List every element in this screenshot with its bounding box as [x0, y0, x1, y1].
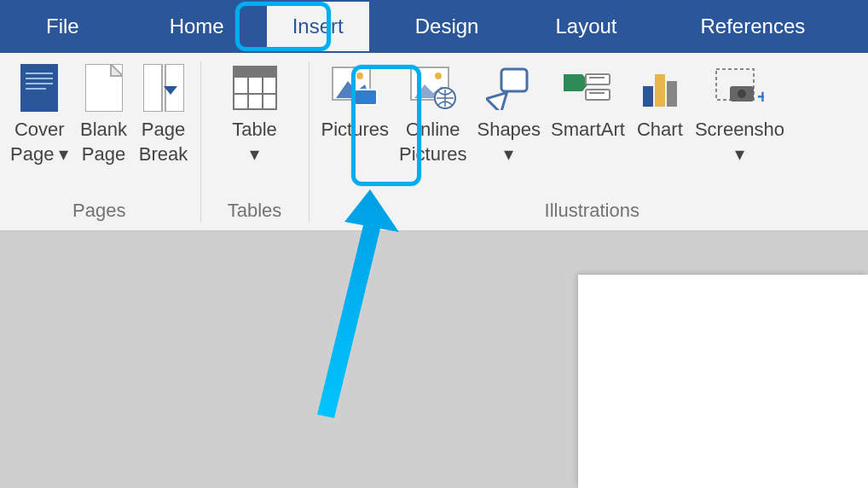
smartart-label: SmartArt	[551, 118, 625, 142]
svg-rect-27	[586, 74, 610, 84]
cover-page-icon	[14, 63, 64, 113]
svg-point-17	[356, 73, 363, 79]
cover-page-label: Cover Page ▾	[10, 118, 69, 166]
table-icon	[230, 63, 280, 113]
tab-layout[interactable]: Layout	[529, 2, 642, 51]
svg-point-21	[435, 73, 442, 79]
shapes-icon	[484, 63, 534, 113]
shapes-label: Shapes ▾	[477, 118, 541, 166]
page-break-button[interactable]: Page Break	[134, 60, 194, 166]
tab-home[interactable]: Home	[144, 2, 250, 51]
table-button[interactable]: Table ▾	[225, 60, 285, 166]
svg-rect-3	[26, 83, 53, 84]
svg-rect-33	[667, 81, 677, 107]
group-tables-label: Tables	[208, 195, 302, 230]
group-tables: Table ▾ Tables	[208, 53, 302, 230]
chart-button[interactable]: Chart	[630, 60, 690, 142]
group-illustrations-label: Illustrations	[316, 195, 869, 230]
blank-page-label: Blank Page	[80, 118, 127, 166]
group-pages: Cover Page ▾ Blank Page Page Break	[0, 53, 194, 230]
svg-rect-2	[26, 78, 53, 79]
svg-rect-1	[26, 73, 53, 74]
tab-file[interactable]: File	[20, 2, 105, 51]
shapes-button[interactable]: Shapes ▾	[472, 60, 546, 166]
smartart-button[interactable]: SmartArt	[546, 60, 630, 142]
blank-page-button[interactable]: Blank Page	[74, 60, 134, 166]
screenshot-label: Screensho ▾	[695, 118, 784, 166]
group-pages-label: Pages	[5, 195, 194, 230]
page-break-label: Page Break	[139, 118, 188, 166]
table-label: Table ▾	[232, 118, 277, 166]
smartart-icon	[563, 63, 612, 113]
group-illustrations: Pictures Online Pictures	[316, 53, 869, 230]
pictures-icon	[330, 63, 379, 113]
online-pictures-button[interactable]: Online Pictures	[394, 60, 472, 166]
tab-mailings[interactable]: Mailings	[863, 2, 868, 51]
tab-insert[interactable]: Insert	[267, 2, 369, 51]
svg-rect-19	[355, 90, 377, 105]
screenshot-icon: +	[715, 63, 764, 113]
pictures-label: Pictures	[321, 118, 389, 142]
svg-rect-31	[643, 86, 653, 107]
svg-rect-24	[501, 69, 527, 91]
separator	[309, 61, 310, 222]
pictures-button[interactable]: Pictures	[316, 60, 394, 142]
page-break-icon	[139, 63, 188, 113]
svg-text:+: +	[757, 86, 764, 107]
ribbon-tabstrip: File Home Insert Design Layout Reference…	[0, 0, 868, 53]
blank-page-icon	[79, 63, 129, 113]
chart-label: Chart	[637, 118, 683, 142]
svg-rect-7	[143, 64, 162, 112]
online-pictures-icon	[408, 63, 458, 113]
online-pictures-label: Online Pictures	[399, 118, 466, 166]
svg-rect-12	[234, 67, 276, 77]
separator	[200, 61, 201, 222]
svg-point-36	[738, 90, 746, 98]
cover-page-button[interactable]: Cover Page ▾	[5, 60, 74, 166]
svg-rect-28	[586, 90, 610, 100]
svg-rect-4	[26, 88, 46, 90]
document-canvas[interactable]	[578, 275, 868, 488]
svg-rect-32	[655, 74, 665, 107]
ribbon: Cover Page ▾ Blank Page Page Break	[0, 53, 868, 231]
tab-references[interactable]: References	[675, 2, 831, 51]
chart-icon	[635, 63, 685, 113]
tab-design[interactable]: Design	[390, 2, 505, 51]
screenshot-button[interactable]: + Screensho ▾	[690, 60, 790, 166]
